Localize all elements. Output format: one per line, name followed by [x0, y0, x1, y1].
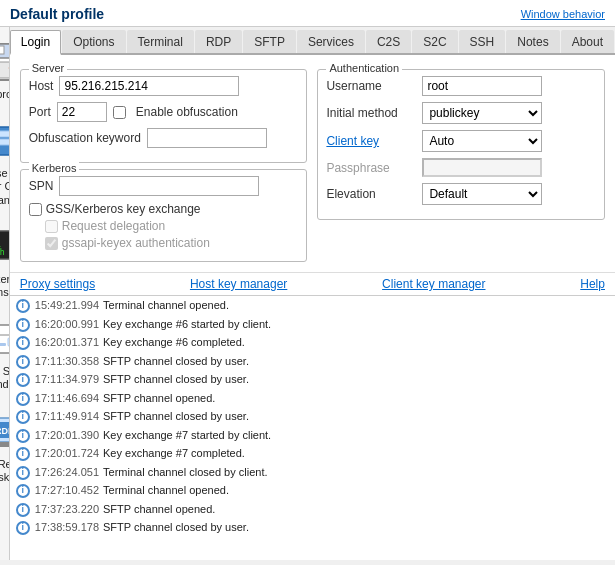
- client-key-select[interactable]: Auto Profile default Global default: [422, 130, 542, 152]
- sidebar-item-new-remote[interactable]: RDP New Remote Desktop: [0, 401, 10, 491]
- window-title: Default profile: [10, 6, 104, 22]
- gssapi-label: gssapi-keyex authentication: [29, 236, 299, 250]
- kerberos-section: Kerberos SPN GSS/Kerberos key exchange: [20, 169, 308, 262]
- log-entry: i 17:26:24.051 Terminal channel closed b…: [10, 463, 615, 482]
- log-time: 17:26:24.051: [35, 464, 99, 481]
- tab-s2c[interactable]: S2C: [412, 30, 457, 53]
- tab-login[interactable]: Login: [10, 30, 61, 55]
- sftp-icon: [0, 315, 10, 363]
- server-section: Server Host Port Enable obfuscation: [20, 69, 308, 163]
- log-time: 17:11:49.914: [35, 408, 99, 425]
- log-area[interactable]: i 15:49:21.994 Terminal channel opened. …: [10, 295, 615, 560]
- sidebar-item-bitvise-label: Bitvise SSH Server Control Panel: [0, 167, 10, 207]
- log-message: Key exchange #7 started by client.: [103, 427, 271, 444]
- tab-options[interactable]: Options: [62, 30, 125, 53]
- auth-section-title: Authentication: [326, 62, 402, 74]
- svg-rect-2: [0, 46, 4, 54]
- tab-services[interactable]: Services: [297, 30, 365, 53]
- tab-c2s[interactable]: C2S: [366, 30, 411, 53]
- request-delegation-label: Request delegation: [29, 219, 299, 233]
- sidebar-item-new-sftp[interactable]: New SFTP window: [0, 308, 10, 398]
- port-label: Port: [29, 105, 51, 119]
- log-entry: i 17:11:30.358 SFTP channel closed by us…: [10, 352, 615, 371]
- log-info-icon: i: [16, 336, 30, 350]
- username-label: Username: [326, 79, 416, 93]
- port-input[interactable]: [57, 102, 107, 122]
- passphrase-input[interactable]: [422, 158, 542, 177]
- proxy-settings-link[interactable]: Proxy settings: [20, 277, 95, 291]
- log-info-icon: i: [16, 410, 30, 424]
- svg-rect-18: [0, 343, 6, 346]
- gss-checkbox[interactable]: [29, 203, 42, 216]
- log-entry: i 17:27:10.452 Terminal channel opened.: [10, 481, 615, 500]
- log-time: 15:49:21.994: [35, 297, 99, 314]
- obfuscation-keyword-label: Obfuscation keyword: [29, 131, 141, 145]
- log-time: 17:20:01.724: [35, 445, 99, 462]
- log-info-icon: i: [16, 373, 30, 387]
- enable-obfuscation-checkbox[interactable]: [113, 106, 126, 119]
- tab-notes[interactable]: Notes: [506, 30, 559, 53]
- svg-text:ssh: ssh: [0, 248, 5, 257]
- log-time: 17:11:30.358: [35, 353, 99, 370]
- username-input[interactable]: [422, 76, 542, 96]
- server-section-title: Server: [29, 62, 67, 74]
- log-info-icon: i: [16, 503, 30, 517]
- log-time: 17:27:10.452: [35, 482, 99, 499]
- svg-rect-3: [0, 62, 10, 78]
- remote-icon: RDP: [0, 408, 10, 456]
- svg-text:RDP: RDP: [0, 426, 10, 436]
- tab-bar: Login Options Terminal RDP SFTP Services…: [10, 27, 615, 55]
- tab-terminal[interactable]: Terminal: [127, 30, 194, 53]
- sidebar: Save profile as Bitvise SSH Server Contr…: [0, 27, 10, 560]
- svg-rect-24: [0, 445, 10, 447]
- sidebar-item-save-label: Save profile as: [0, 88, 10, 101]
- client-key-manager-link[interactable]: Client key manager: [382, 277, 485, 291]
- client-key-link[interactable]: Client key: [326, 134, 416, 148]
- spn-label: SPN: [29, 179, 54, 193]
- tab-ssh[interactable]: SSH: [459, 30, 506, 53]
- gssapi-checkbox[interactable]: [45, 237, 58, 250]
- save-icon: [0, 38, 10, 86]
- log-entry: i 17:11:49.914 SFTP channel closed by us…: [10, 407, 615, 426]
- login-form: Server Host Port Enable obfuscation: [10, 55, 615, 272]
- host-input[interactable]: [59, 76, 239, 96]
- sidebar-item-save-profile[interactable]: Save profile as: [0, 31, 10, 108]
- spn-input[interactable]: [59, 176, 259, 196]
- tab-sftp[interactable]: SFTP: [243, 30, 296, 53]
- help-link[interactable]: Help: [580, 277, 605, 291]
- terminal-icon: >_ ssh: [0, 223, 10, 271]
- log-time: 17:11:34.979: [35, 371, 99, 388]
- log-message: Key exchange #7 completed.: [103, 445, 245, 462]
- request-delegation-checkbox[interactable]: [45, 220, 58, 233]
- obfuscation-keyword-input[interactable]: [147, 128, 267, 148]
- log-entry: i 17:38:59.178 SFTP channel closed by us…: [10, 518, 615, 537]
- authentication-section: Authentication Username Initial method p…: [317, 69, 605, 220]
- log-info-icon: i: [16, 466, 30, 480]
- log-message: SFTP channel opened.: [103, 390, 215, 407]
- log-info-icon: i: [16, 484, 30, 498]
- log-info-icon: i: [16, 299, 30, 313]
- log-message: SFTP channel closed by user.: [103, 408, 249, 425]
- log-message: Key exchange #6 started by client.: [103, 316, 271, 333]
- gss-label[interactable]: GSS/Kerberos key exchange: [29, 202, 299, 216]
- log-entry: i 17:20:01.390 Key exchange #7 started b…: [10, 426, 615, 445]
- host-key-manager-link[interactable]: Host key manager: [190, 277, 287, 291]
- bottom-links: Proxy settings Host key manager Client k…: [10, 272, 615, 295]
- log-message: Key exchange #6 completed.: [103, 334, 245, 351]
- window-behavior-link[interactable]: Window behavior: [521, 8, 605, 20]
- log-message: Terminal channel opened.: [103, 482, 229, 499]
- log-entry: i 16:20:01.371 Key exchange #6 completed…: [10, 333, 615, 352]
- sidebar-item-new-terminal[interactable]: >_ ssh New terminal console: [0, 216, 10, 306]
- sidebar-item-sftp-label: New SFTP window: [0, 365, 10, 391]
- tab-about[interactable]: About: [561, 30, 614, 53]
- log-message: SFTP channel opened.: [103, 501, 215, 518]
- initial-method-select[interactable]: publickey password keyboard-interactive …: [422, 102, 542, 124]
- initial-method-label: Initial method: [326, 106, 416, 120]
- log-entry: i 16:20:00.991 Key exchange #6 started b…: [10, 315, 615, 334]
- log-time: 17:20:01.390: [35, 427, 99, 444]
- log-entry: i 17:20:01.724 Key exchange #7 completed…: [10, 444, 615, 463]
- tab-rdp[interactable]: RDP: [195, 30, 242, 53]
- sidebar-item-bitvise[interactable]: Bitvise SSH Server Control Panel: [0, 110, 10, 214]
- log-entry: i 17:37:23.220 SFTP channel opened.: [10, 500, 615, 519]
- elevation-select[interactable]: Default None Request: [422, 183, 542, 205]
